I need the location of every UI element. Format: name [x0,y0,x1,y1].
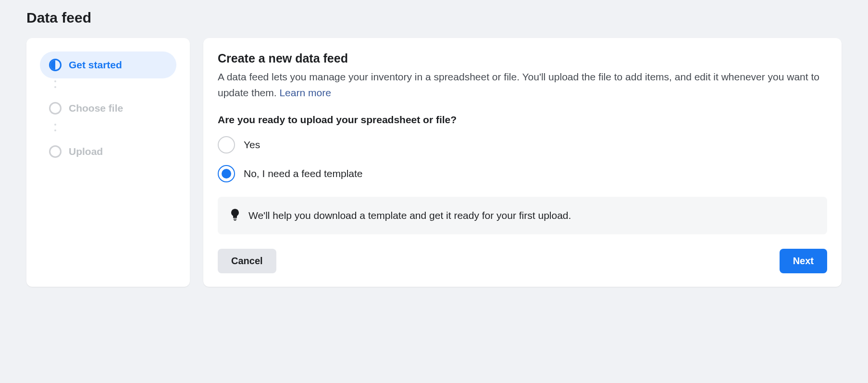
radio-label: No, I need a feed template [244,168,363,179]
cancel-button[interactable]: Cancel [218,249,276,273]
radio-option-yes[interactable]: Yes [218,136,827,153]
step-label: Choose file [69,102,123,114]
svg-rect-1 [234,220,236,220]
step-upload[interactable]: Upload [40,138,176,165]
ready-question: Are you ready to upload your spreadsheet… [218,114,827,126]
empty-circle-icon [49,102,62,115]
svg-rect-0 [234,219,237,220]
wizard-steps-sidebar: Get started Choose file Upload [26,38,190,287]
step-label: Get started [69,59,122,71]
step-get-started[interactable]: Get started [40,51,176,78]
main-heading: Create a new data feed [218,51,827,65]
page-title: Data feed [26,10,842,26]
step-connector [40,122,176,138]
step-choose-file[interactable]: Choose file [40,95,176,122]
step-connector [40,78,176,95]
lightbulb-icon [230,208,240,223]
empty-circle-icon [49,145,62,158]
radio-icon [218,136,235,153]
main-description: A data feed lets you manage your invento… [218,69,827,101]
radio-label: Yes [244,139,260,151]
main-panel: Create a new data feed A data feed lets … [203,38,842,287]
layout-container: Get started Choose file Upload Create a … [26,38,842,287]
half-progress-icon [49,58,62,72]
step-label: Upload [69,146,103,157]
info-text: We'll help you download a template and g… [248,210,571,221]
action-bar: Cancel Next [218,249,827,273]
radio-icon [218,165,235,182]
info-banner: We'll help you download a template and g… [218,197,827,234]
next-button[interactable]: Next [780,249,827,273]
radio-option-no[interactable]: No, I need a feed template [218,165,827,182]
learn-more-link[interactable]: Learn more [279,87,331,98]
step-list: Get started Choose file Upload [40,51,176,165]
radio-group-ready: Yes No, I need a feed template [218,136,827,182]
